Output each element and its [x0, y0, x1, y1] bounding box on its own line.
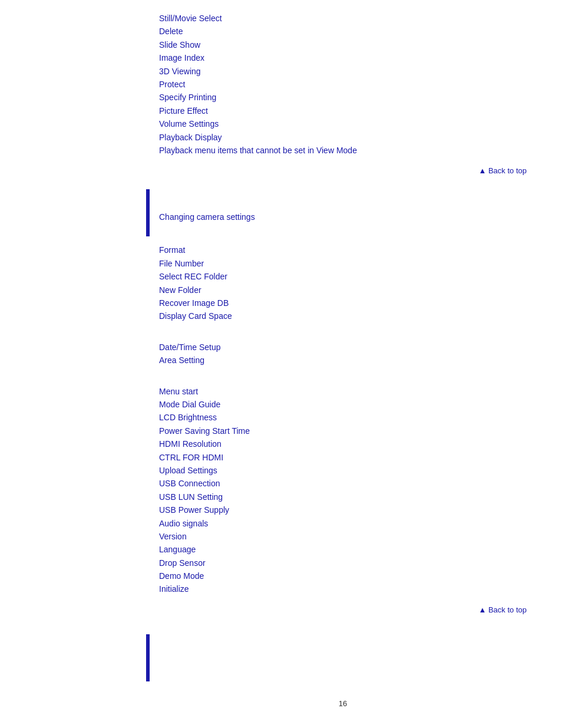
link-mode-dial-guide[interactable]: Mode Dial Guide	[159, 398, 527, 411]
playback-section: Still/Movie Select Delete Slide Show Ima…	[159, 12, 527, 177]
camera-settings-wrapper: Changing camera settings Format File Num…	[159, 189, 527, 617]
link-usb-connection[interactable]: USB Connection	[159, 477, 527, 490]
link-delete[interactable]: Delete	[159, 25, 527, 38]
link-file-number[interactable]: File Number	[159, 257, 527, 270]
link-new-folder[interactable]: New Folder	[159, 284, 527, 297]
link-slide-show[interactable]: Slide Show	[159, 38, 527, 51]
link-format[interactable]: Format	[159, 243, 527, 256]
back-to-top-link-1[interactable]: ▲ Back to top	[478, 165, 527, 177]
link-datetime-setup[interactable]: Date/Time Setup	[159, 341, 527, 354]
link-hdmi-resolution[interactable]: HDMI Resolution	[159, 437, 527, 450]
link-display-card-space[interactable]: Display Card Space	[159, 309, 527, 322]
link-ctrl-for-hdmi[interactable]: CTRL FOR HDMI	[159, 451, 527, 464]
link-area-setting[interactable]: Area Setting	[159, 354, 527, 367]
link-upload-settings[interactable]: Upload Settings	[159, 464, 527, 477]
back-to-top-row-1: ▲ Back to top	[159, 165, 527, 177]
link-still-movie-select[interactable]: Still/Movie Select	[159, 12, 527, 25]
triangle-icon-1: ▲	[478, 166, 488, 175]
link-select-rec-folder[interactable]: Select REC Folder	[159, 270, 527, 283]
link-audio-signals[interactable]: Audio signals	[159, 517, 527, 530]
link-protect[interactable]: Protect	[159, 78, 527, 91]
link-picture-effect[interactable]: Picture Effect	[159, 104, 527, 117]
triangle-icon-2: ▲	[478, 605, 488, 614]
page-number: 16	[159, 699, 527, 708]
link-initialize[interactable]: Initialize	[159, 582, 527, 595]
camera-link-group-3: Menu start Mode Dial Guide LCD Brightnes…	[159, 385, 527, 596]
link-menu-start[interactable]: Menu start	[159, 385, 527, 398]
camera-link-group-2: Date/Time Setup Area Setting	[159, 341, 527, 367]
link-playback-menu-items[interactable]: Playback menu items that cannot be set i…	[159, 144, 527, 157]
link-drop-sensor[interactable]: Drop Sensor	[159, 556, 527, 569]
back-to-top-link-2[interactable]: ▲ Back to top	[478, 604, 527, 617]
link-version[interactable]: Version	[159, 530, 527, 543]
link-usb-lun-setting[interactable]: USB LUN Setting	[159, 490, 527, 503]
link-playback-display[interactable]: Playback Display	[159, 131, 527, 144]
link-language[interactable]: Language	[159, 543, 527, 556]
link-usb-power-supply[interactable]: USB Power Supply	[159, 503, 527, 516]
content-area: Still/Movie Select Delete Slide Show Ima…	[159, 12, 562, 708]
link-lcd-brightness[interactable]: LCD Brightness	[159, 411, 527, 424]
link-power-saving-start-time[interactable]: Power Saving Start Time	[159, 424, 527, 437]
link-changing-camera-settings[interactable]: Changing camera settings	[159, 210, 527, 223]
link-recover-image-db[interactable]: Recover Image DB	[159, 297, 527, 309]
link-specify-printing[interactable]: Specify Printing	[159, 91, 527, 104]
back-to-top-row-2: ▲ Back to top	[159, 604, 527, 617]
section-three-wrapper	[159, 634, 527, 681]
link-3d-viewing[interactable]: 3D Viewing	[159, 65, 527, 78]
camera-link-group-1: Format File Number Select REC Folder New…	[159, 243, 527, 322]
link-demo-mode[interactable]: Demo Mode	[159, 569, 527, 582]
link-volume-settings[interactable]: Volume Settings	[159, 117, 527, 130]
section-bar-1	[146, 189, 150, 236]
page-container: Still/Movie Select Delete Slide Show Ima…	[0, 0, 562, 728]
link-image-index[interactable]: Image Index	[159, 51, 527, 64]
section-bar-2	[146, 634, 150, 681]
playback-link-group: Still/Movie Select Delete Slide Show Ima…	[159, 12, 527, 157]
